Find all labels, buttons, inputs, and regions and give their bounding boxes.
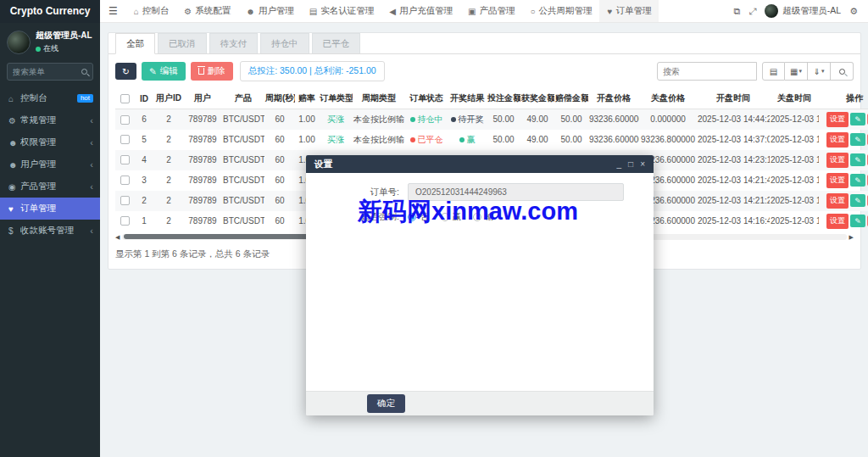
nav-item-realname[interactable]: ▤实名认证管理 bbox=[302, 0, 381, 22]
row-checkbox[interactable] bbox=[120, 115, 130, 125]
cell-user: 789789 bbox=[183, 211, 222, 231]
row-set-button[interactable]: 设置 bbox=[826, 173, 849, 188]
cell-id: 4 bbox=[134, 150, 154, 170]
nav-item-product[interactable]: ▣产品管理 bbox=[460, 0, 522, 22]
close-icon[interactable]: × bbox=[640, 160, 645, 169]
column-header: ID bbox=[134, 88, 154, 109]
sidebar-search bbox=[7, 63, 93, 81]
table-search-input[interactable] bbox=[657, 62, 757, 81]
nav-item-user[interactable]: ☻用户管理 bbox=[238, 0, 302, 22]
app-logo: Crypto Currency bbox=[0, 0, 100, 23]
confirm-button[interactable]: 确定 bbox=[367, 394, 405, 413]
nav-item-system[interactable]: ⚙系统配置 bbox=[176, 0, 238, 22]
cell-period: 60 bbox=[264, 191, 295, 211]
order-no-field[interactable] bbox=[408, 183, 624, 201]
clear-cache-icon[interactable]: ⧉ bbox=[734, 6, 741, 17]
export-button[interactable]: ⇓▾ bbox=[808, 62, 831, 81]
select-all-checkbox[interactable] bbox=[120, 94, 130, 103]
modal-header[interactable]: 设置 _ □ × bbox=[306, 155, 654, 173]
cell-id: 6 bbox=[134, 109, 154, 130]
cell-open_time: 2025-12-03 14:23:17 bbox=[697, 150, 770, 170]
caret-down-icon: ▾ bbox=[821, 68, 825, 75]
column-header: 订单状态 bbox=[405, 88, 448, 109]
columns-button[interactable]: ▦▾ bbox=[785, 62, 808, 81]
cell-period: 60 bbox=[264, 130, 295, 150]
sidebar-item-general[interactable]: ⚙常规管理‹ bbox=[0, 109, 100, 131]
online-dot-icon bbox=[36, 47, 41, 52]
row-set-button[interactable]: 设置 bbox=[826, 214, 849, 229]
row-set-button[interactable]: 设置 bbox=[826, 153, 849, 168]
row-set-button[interactable]: 设置 bbox=[826, 132, 849, 148]
hamburger-icon[interactable]: ☰ bbox=[100, 0, 126, 22]
row-edit-button[interactable]: ✎ bbox=[850, 174, 865, 187]
column-header: 开奖结果 bbox=[448, 88, 487, 109]
edit-button[interactable]: ✎编辑 bbox=[142, 62, 186, 81]
row-edit-button[interactable]: ✎ bbox=[850, 113, 865, 125]
row-edit-button[interactable]: ✎ bbox=[850, 194, 865, 207]
paging-toggle-button[interactable]: ▤ bbox=[762, 62, 785, 81]
nav-item-recharge[interactable]: ◀用户充值管理 bbox=[381, 0, 460, 22]
modal-footer: 确定 bbox=[306, 391, 654, 415]
row-edit-button[interactable]: ✎ bbox=[850, 215, 865, 227]
row-edit-button[interactable]: ✎ bbox=[850, 133, 865, 146]
scroll-right-icon[interactable]: ▶ bbox=[847, 233, 854, 241]
sidebar-menu: ⌂控制台hot⚙常规管理‹☻权限管理‹☻用户管理‹◉产品管理‹♥订单管理$收款账… bbox=[0, 87, 100, 242]
cell-type: 买涨 bbox=[319, 109, 353, 130]
row-checkbox[interactable] bbox=[120, 196, 130, 205]
cell-id: 5 bbox=[134, 130, 154, 150]
refresh-button[interactable]: ↻ bbox=[115, 63, 136, 80]
cell-uid: 2 bbox=[154, 211, 183, 231]
cell-open_time: 2025-12-03 14:37:08 bbox=[697, 130, 770, 150]
fullscreen-icon[interactable]: ⤢ bbox=[748, 6, 756, 17]
row-checkbox[interactable] bbox=[120, 176, 130, 185]
pencil-icon: ✎ bbox=[854, 176, 861, 185]
force-radio-2[interactable]: 输 bbox=[473, 211, 494, 223]
scroll-left-icon[interactable]: ◀ bbox=[115, 233, 122, 241]
sidebar-item-dashboard[interactable]: ⌂控制台hot bbox=[0, 87, 100, 109]
minimize-icon[interactable]: _ bbox=[617, 160, 622, 169]
radio-icon bbox=[473, 213, 481, 221]
tab-4[interactable]: 已平仓 bbox=[312, 33, 361, 53]
search-icon[interactable] bbox=[81, 69, 87, 75]
user-name: 超级管理员-AL bbox=[36, 30, 92, 42]
force-radio-1[interactable]: 赢 bbox=[441, 211, 462, 223]
sidebar-item-user[interactable]: ☻用户管理‹ bbox=[0, 153, 100, 176]
column-header: 关盘时间 bbox=[770, 88, 819, 109]
cell-close_time: 2025-12-03 14:4 bbox=[770, 109, 819, 130]
tab-3[interactable]: 持仓中 bbox=[260, 33, 309, 53]
column-header: 周期类型 bbox=[353, 88, 405, 109]
sidebar-item-order[interactable]: ♥订单管理 bbox=[0, 198, 100, 220]
navbar-user-menu[interactable]: 超级管理员-AL bbox=[765, 4, 841, 18]
sidebar-search-input[interactable] bbox=[13, 67, 81, 76]
top-navbar: ☰ ⌂控制台⚙系统配置☻用户管理▤实名认证管理◀用户充值管理▣产品管理○公共周期… bbox=[100, 0, 868, 23]
cell-result: 待开奖 bbox=[448, 109, 487, 130]
tab-2[interactable]: 待支付 bbox=[209, 33, 259, 53]
settings-gear-icon[interactable]: ⚙ bbox=[849, 6, 858, 17]
order-no-label: 订单号: bbox=[306, 187, 408, 198]
maximize-icon[interactable]: □ bbox=[628, 160, 633, 169]
row-checkbox[interactable] bbox=[120, 216, 130, 226]
nav-item-dashboard[interactable]: ⌂控制台 bbox=[126, 0, 177, 22]
cell-ptype: 本金按比例输 bbox=[353, 130, 405, 150]
navbar-avatar bbox=[765, 4, 778, 18]
row-checkbox[interactable] bbox=[120, 155, 130, 164]
search-button[interactable] bbox=[831, 62, 854, 81]
sidebar-item-payee[interactable]: $收款账号管理‹ bbox=[0, 220, 100, 242]
row-set-button[interactable]: 设置 bbox=[826, 112, 849, 127]
cell-close_time: 2025-12-03 14:3 bbox=[770, 130, 819, 150]
cell-product: BTC/USDT bbox=[222, 109, 264, 130]
sidebar-item-product[interactable]: ◉产品管理‹ bbox=[0, 176, 100, 198]
sidebar-item-permission[interactable]: ☻权限管理‹ bbox=[0, 131, 100, 153]
cell-bet: 50.00 bbox=[487, 109, 520, 130]
delete-button[interactable]: 删除 bbox=[191, 62, 233, 81]
column-header: 赔率 bbox=[295, 88, 319, 109]
force-radio-0[interactable]: 否 bbox=[408, 211, 429, 223]
row-edit-button[interactable]: ✎ bbox=[850, 153, 865, 166]
nav-item-cycle[interactable]: ○公共周期管理 bbox=[522, 0, 599, 22]
row-set-button[interactable]: 设置 bbox=[826, 193, 849, 209]
nav-item-order[interactable]: ♥订单管理 bbox=[599, 0, 659, 22]
row-checkbox[interactable] bbox=[120, 135, 130, 144]
tab-0[interactable]: 全部 bbox=[115, 33, 155, 54]
tab-1[interactable]: 已取消 bbox=[158, 33, 207, 53]
cell-period: 60 bbox=[264, 170, 295, 191]
